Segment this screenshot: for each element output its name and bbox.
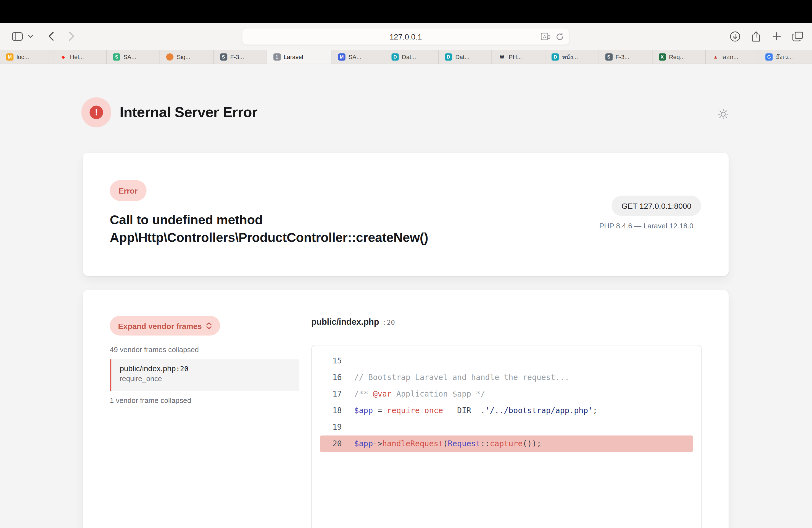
- code-line: 17/** @var Application $app */: [320, 386, 693, 402]
- page-header: ! Internal Server Error: [81, 98, 257, 128]
- tab[interactable]: SF-3...: [214, 50, 267, 64]
- line-number: 18: [320, 402, 342, 419]
- vendor-frames-collapsed-top: 49 vendor frames collapsed: [110, 346, 199, 354]
- w-dark-favicon: W: [498, 53, 505, 60]
- red-chevrons-favicon: ▲: [712, 53, 719, 60]
- tab-label: Hel...: [70, 54, 84, 60]
- tab[interactable]: Gมึงเว...: [759, 50, 812, 64]
- s-gray-favicon: S: [605, 53, 612, 60]
- frame-file: public/index.php:20: [120, 364, 291, 373]
- address-bar[interactable]: 127.0.0.1 A: [242, 28, 570, 45]
- code-text: $app = require_once __DIR__.'/../bootstr…: [342, 402, 598, 419]
- new-tab-button[interactable]: [770, 23, 784, 50]
- tab-label: Dat...: [455, 54, 469, 60]
- page-title: Internal Server Error: [120, 104, 257, 121]
- stack-frame-item[interactable]: public/index.php:20 require_once: [110, 359, 300, 391]
- stack-trace-card: Expand vendor frames 49 vendor frames co…: [83, 290, 729, 528]
- tab-label: PH...: [509, 54, 522, 60]
- tab[interactable]: ▲ดอก...: [706, 50, 759, 64]
- frame-line-number: :20: [176, 365, 188, 373]
- exclamation-icon: !: [89, 106, 103, 119]
- expand-vendor-frames-button[interactable]: Expand vendor frames: [110, 316, 220, 336]
- tab-label: SA...: [124, 54, 136, 60]
- vendor-frames-collapsed-bottom: 1 vendor frame collapsed: [110, 396, 191, 404]
- orange-dot-favicon: [166, 53, 174, 60]
- tab[interactable]: SF-3...: [599, 50, 652, 64]
- tab-label: ดอก...: [722, 52, 738, 62]
- frame-method: require_once: [120, 375, 291, 383]
- php-laravel-versions: PHP 8.4.6 — Laravel 12.18.0: [599, 222, 694, 230]
- numbered-favicon: 1: [273, 53, 280, 60]
- tab[interactable]: DDat...: [385, 50, 439, 64]
- expand-vendor-frames-label: Expand vendor frames: [118, 321, 202, 330]
- error-summary-card: Error Call to undefined method App\Http\…: [83, 153, 729, 276]
- s-gray-favicon: S: [220, 53, 227, 60]
- code-line: 16// Bootstrap Laravel and handle the re…: [320, 369, 693, 386]
- svg-text:A: A: [543, 34, 546, 40]
- sidebar-toggle-button[interactable]: [11, 23, 24, 50]
- tab[interactable]: DDat...: [439, 50, 492, 64]
- tab-label: มึงเว...: [776, 52, 793, 62]
- g-blue-favicon: G: [765, 53, 772, 60]
- tab[interactable]: ◆Hel...: [53, 50, 106, 64]
- line-number: 15: [320, 353, 342, 369]
- database-teal-favicon: D: [552, 53, 559, 60]
- line-number: 17: [320, 386, 342, 402]
- code-line: 18$app = require_once __DIR__.'/../boots…: [320, 402, 693, 419]
- browser-toolbar: 127.0.0.1 A: [0, 23, 812, 50]
- tab[interactable]: Dหนัง...: [546, 50, 599, 64]
- theme-toggle-button[interactable]: [717, 108, 729, 120]
- s-green-favicon: S: [113, 53, 120, 60]
- code-line: 15: [320, 353, 693, 369]
- reload-icon[interactable]: [556, 32, 564, 41]
- code-text: [342, 419, 354, 436]
- code-file-name: public/index.php: [311, 317, 379, 327]
- tab[interactable]: WPH...: [492, 50, 546, 64]
- forward-button[interactable]: [65, 23, 77, 50]
- code-text: // Bootstrap Laravel and handle the requ…: [342, 369, 569, 386]
- chevron-up-down-icon: [206, 322, 212, 329]
- error-circle-icon: !: [81, 98, 111, 128]
- laravel-favicon: ◆: [60, 53, 67, 60]
- tab-bar: Mloc...◆Hel...SSA...Sig...SF-3...1Larave…: [0, 50, 812, 64]
- database-teal-favicon: D: [392, 53, 399, 60]
- address-bar-url: 127.0.0.1: [389, 32, 422, 41]
- translate-icon[interactable]: A: [541, 33, 551, 40]
- tab[interactable]: Mloc...: [0, 50, 53, 64]
- code-snippet-block: 1516// Bootstrap Laravel and handle the …: [311, 345, 702, 528]
- code-file-line: :20: [383, 318, 395, 326]
- share-button[interactable]: [749, 23, 763, 50]
- tab-label: Dat...: [402, 54, 416, 60]
- tab-label: loc...: [17, 54, 29, 60]
- tab[interactable]: XReq...: [652, 50, 706, 64]
- tab[interactable]: Sig...: [160, 50, 214, 64]
- back-button[interactable]: [44, 23, 57, 50]
- sidebar-chevron-down-icon[interactable]: [27, 23, 34, 50]
- tab[interactable]: SSA...: [107, 50, 160, 64]
- browser-window: 127.0.0.1 A: [0, 0, 812, 528]
- excel-favicon: X: [658, 53, 666, 60]
- tab-active[interactable]: 1Laravel: [267, 50, 332, 64]
- tab-label: Laravel: [284, 54, 303, 60]
- code-line: 19: [320, 419, 693, 436]
- tab-label: SA...: [349, 54, 362, 60]
- tab-label: Req...: [669, 54, 685, 60]
- screen: 127.0.0.1 A: [0, 0, 812, 528]
- line-number: 16: [320, 369, 342, 386]
- error-badge: Error: [110, 180, 147, 201]
- error-message: Call to undefined method App\Http\Contro…: [110, 211, 514, 246]
- laravel-error-page: ! Internal Server Error Error Call to un…: [0, 64, 812, 528]
- menu-bar-strip: [0, 0, 812, 23]
- tab-overview-button[interactable]: [790, 23, 805, 50]
- line-number: 20: [320, 436, 342, 452]
- tab-label: หนัง...: [562, 52, 578, 62]
- downloads-button[interactable]: [728, 23, 742, 50]
- tab-label: Sig...: [177, 54, 190, 60]
- line-number: 19: [320, 419, 342, 436]
- request-pill: GET 127.0.0.1:8000: [612, 196, 701, 216]
- database-teal-favicon: D: [445, 53, 452, 60]
- tab[interactable]: MSA...: [332, 50, 385, 64]
- code-text: $app->handleRequest(Request::capture());: [342, 436, 541, 452]
- phpmyadmin-favicon: M: [6, 53, 14, 60]
- code-line-highlighted: 20$app->handleRequest(Request::capture()…: [320, 436, 693, 452]
